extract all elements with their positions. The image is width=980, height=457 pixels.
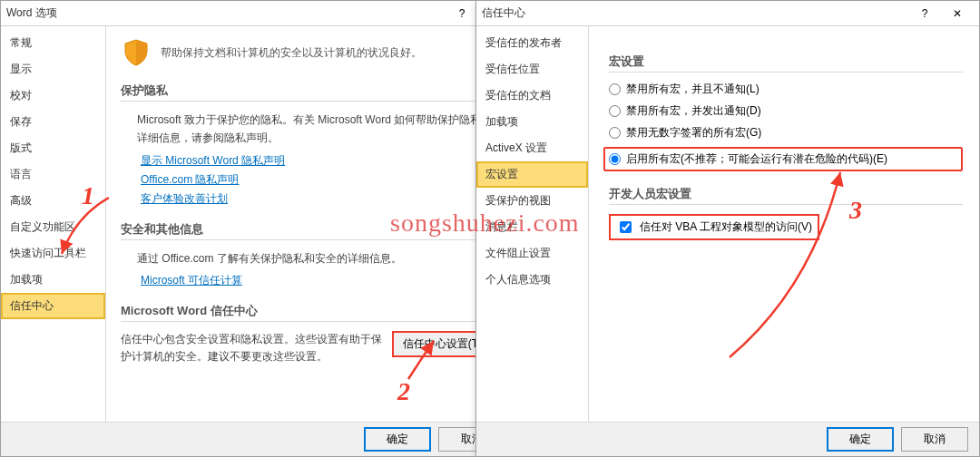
word-options-dialog: Word 选项 ? ✕ 常规 显示 校对 保存 版式 语言 高级 自定义功能区 … xyxy=(0,0,517,457)
macro-radio-1[interactable] xyxy=(609,105,621,117)
options-ok-button[interactable]: 确定 xyxy=(364,427,431,452)
macro-radio-disable-notify[interactable]: 禁用所有宏，并发出通知(D) xyxy=(609,103,963,119)
macro-radio-1-label: 禁用所有宏，并发出通知(D) xyxy=(626,103,761,119)
tc-nav-privacy[interactable]: 个人信息选项 xyxy=(476,267,588,293)
macro-radio-0[interactable] xyxy=(609,83,621,95)
macro-section-title: 宏设置 xyxy=(609,53,963,73)
nav-addins[interactable]: 加载项 xyxy=(1,267,105,293)
link-ceip[interactable]: 客户体验改善计划 xyxy=(141,191,502,207)
nav-quick-access[interactable]: 快速访问工具栏 xyxy=(1,240,105,267)
link-office-privacy[interactable]: Office.com 隐私声明 xyxy=(141,172,502,188)
trust-footer: 确定 取消 xyxy=(476,422,979,456)
nav-general[interactable]: 常规 xyxy=(1,30,105,56)
macro-radio-0-label: 禁用所有宏，并且不通知(L) xyxy=(626,82,760,97)
link-trusted-computing[interactable]: Microsoft 可信任计算 xyxy=(141,273,502,288)
macro-radio-enable-all[interactable]: 启用所有宏(不推荐；可能会运行有潜在危险的代码)(E) xyxy=(603,147,963,171)
trust-center-section-title: Microsoft Word 信任中心 xyxy=(121,303,502,322)
nav-proofing[interactable]: 校对 xyxy=(1,83,105,109)
options-title-bar: Word 选项 ? ✕ xyxy=(1,1,516,26)
security-section-title: 安全和其他信息 xyxy=(121,221,502,240)
macro-radio-2-label: 禁用无数字签署的所有宏(G) xyxy=(626,125,761,141)
trust-close-button[interactable]: ✕ xyxy=(941,2,974,25)
vba-trust-label: 信任对 VBA 工程对象模型的访问(V) xyxy=(640,219,812,235)
shield-icon xyxy=(121,37,152,68)
vba-trust-checkbox[interactable] xyxy=(620,221,632,233)
trust-title-bar: 信任中心 ? ✕ xyxy=(476,1,979,26)
macro-radio-disable-unsigned[interactable]: 禁用无数字签署的所有宏(G) xyxy=(609,125,963,141)
options-nav: 常规 显示 校对 保存 版式 语言 高级 自定义功能区 快速访问工具栏 加载项 … xyxy=(1,26,106,422)
trust-help-button[interactable]: ? xyxy=(908,2,941,25)
vba-trust-checkbox-row[interactable]: 信任对 VBA 工程对象模型的访问(V) xyxy=(609,214,819,240)
nav-advanced[interactable]: 高级 xyxy=(1,188,105,214)
trust-center-dialog: 信任中心 ? ✕ 受信任的发布者 受信任位置 受信任的文档 加载项 Active… xyxy=(475,0,980,457)
macro-radio-2[interactable] xyxy=(609,127,621,139)
privacy-body: Microsoft 致力于保护您的隐私。有关 Microsoft Word 如何… xyxy=(137,111,502,148)
nav-save[interactable]: 保存 xyxy=(1,109,105,135)
tc-nav-addins[interactable]: 加载项 xyxy=(476,109,588,135)
privacy-section-title: 保护隐私 xyxy=(121,83,502,102)
macro-radio-3-label: 启用所有宏(不推荐；可能会运行有潜在危险的代码)(E) xyxy=(626,151,887,167)
options-footer: 确定 取消 xyxy=(1,422,516,456)
macro-radio-3[interactable] xyxy=(609,153,621,165)
tc-nav-protected-view[interactable]: 受保护的视图 xyxy=(476,188,588,214)
trust-center-body: 信任中心包含安全设置和隐私设置。这些设置有助于保护计算机的安全。建议不要更改这些… xyxy=(121,331,383,365)
security-body: 通过 Office.com 了解有关保护隐私和安全的详细信息。 xyxy=(137,249,502,267)
macro-radio-disable-no-notify[interactable]: 禁用所有宏，并且不通知(L) xyxy=(609,82,963,97)
nav-display[interactable]: 显示 xyxy=(1,56,105,83)
link-word-privacy[interactable]: 显示 Microsoft Word 隐私声明 xyxy=(141,153,502,169)
trust-cancel-button[interactable]: 取消 xyxy=(901,427,968,452)
tc-nav-locations[interactable]: 受信任位置 xyxy=(476,56,588,83)
trust-content: 宏设置 禁用所有宏，并且不通知(L) 禁用所有宏，并发出通知(D) 禁用无数字签… xyxy=(589,26,979,422)
tc-nav-activex[interactable]: ActiveX 设置 xyxy=(476,135,588,161)
trust-title: 信任中心 xyxy=(482,5,908,21)
options-title: Word 选项 xyxy=(6,5,446,21)
tc-nav-publishers[interactable]: 受信任的发布者 xyxy=(476,30,588,56)
options-help-button[interactable]: ? xyxy=(446,2,478,25)
tc-nav-file-block[interactable]: 文件阻止设置 xyxy=(476,240,588,267)
nav-customize-ribbon[interactable]: 自定义功能区 xyxy=(1,214,105,240)
dev-macro-section-title: 开发人员宏设置 xyxy=(609,186,963,205)
nav-trust-center[interactable]: 信任中心 xyxy=(1,293,105,319)
trust-nav: 受信任的发布者 受信任位置 受信任的文档 加载项 ActiveX 设置 宏设置 … xyxy=(476,26,589,422)
trust-ok-button[interactable]: 确定 xyxy=(827,427,894,452)
nav-language[interactable]: 语言 xyxy=(1,161,105,188)
tc-nav-message-bar[interactable]: 消息栏 xyxy=(476,214,588,240)
nav-layout[interactable]: 版式 xyxy=(1,135,105,161)
options-content: 帮助保持文档和计算机的安全以及计算机的状况良好。 保护隐私 Microsoft … xyxy=(106,26,516,422)
tc-nav-macro[interactable]: 宏设置 xyxy=(476,161,588,188)
tc-nav-documents[interactable]: 受信任的文档 xyxy=(476,83,588,109)
options-header-text: 帮助保持文档和计算机的安全以及计算机的状况良好。 xyxy=(161,45,422,61)
